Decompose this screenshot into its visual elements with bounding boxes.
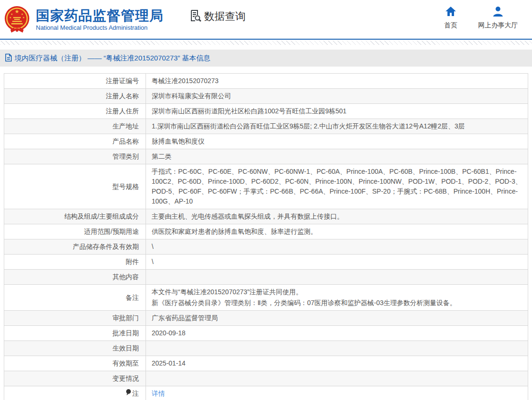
field-value: 手指式：PC-60C、PC-60E、PC-60NW、PC-60NW-1、PC-6… (146, 164, 528, 209)
field-value: 第二类 (146, 149, 528, 164)
field-value: 粤械注准20152070273 (146, 74, 528, 89)
top-nav: 首页 网上办事大厅 (444, 6, 518, 30)
org-name-en: National Medical Products Administration (36, 24, 163, 31)
data-query-label: 数据查询 (204, 9, 246, 24)
field-value (146, 371, 528, 386)
decorative-stripes (0, 41, 532, 45)
breadcrumb-text: 境内医疗器械（注册） —— “粤械注准20152070273” 基本信息 (15, 54, 210, 63)
table-row: 附件 \ (4, 255, 528, 270)
field-value: 1.深圳市南山区西丽街道松白公路百旺信工业区9栋5层; 2.中山市火炬开发区生物… (146, 119, 528, 134)
table-row: 注册人名称 深圳市科瑞康实业有限公司 (4, 89, 528, 104)
field-label: 注册人名称 (4, 89, 146, 104)
field-value: 本文件与“粤械注准20152070273”注册证共同使用。 新《医疗器械分类目录… (146, 285, 528, 311)
remark-line-2: 新《医疗器械分类目录》管理类别：Ⅱ类，分类编码：07医用诊察和监护器械-03生理… (152, 298, 522, 308)
table-row: 型号规格 手指式：PC-60C、PC-60E、PC-60NW、PC-60NW-1… (4, 164, 528, 209)
national-emblem-logo[interactable]: ★ ★ ★ ★ ★ (4, 5, 30, 34)
document-icon (5, 53, 12, 63)
field-value (146, 270, 528, 285)
field-value: 供医院和家庭对患者的脉搏血氧饱和度、脉率进行监测。 (146, 224, 528, 239)
org-name-zh: 国家药品监督管理局 (36, 8, 163, 23)
field-value: 详情 (146, 386, 528, 400)
field-value: 主要由主机、光电传感器或血氧探头组成，并具有数据上传接口。 (146, 209, 528, 224)
table-row: 适用范围/预期用途 供医院和家庭对患者的脉搏血氧饱和度、脉率进行监测。 (4, 224, 528, 239)
note-label-text: 注 (132, 389, 139, 399)
table-row: 注 详情 (4, 386, 528, 400)
page-header: ★ ★ ★ ★ ★ 国家药品监督管理局 National Medical Pro… (0, 0, 532, 40)
field-label: 变更情况 (4, 371, 146, 386)
registration-info-table: 注册证编号 粤械注准20152070273 注册人名称 深圳市科瑞康实业有限公司… (4, 73, 528, 400)
field-value (146, 341, 528, 356)
svg-text:★: ★ (21, 13, 24, 16)
table-row: 产品储存条件及有效期 \ (4, 239, 528, 255)
field-value: 广东省药品监督管理局 (146, 311, 528, 326)
field-label: 管理类别 (4, 149, 146, 164)
field-label: 型号规格 (4, 164, 146, 209)
note-icon (126, 389, 131, 399)
field-label: 批准日期 (4, 326, 146, 341)
home-icon (445, 6, 456, 18)
nav-item-home[interactable]: 首页 (444, 6, 457, 30)
field-value: 深圳市科瑞康实业有限公司 (146, 89, 528, 104)
field-label: 结构及组成/主要组成成分 (4, 209, 146, 224)
field-label: 备注 (4, 285, 146, 311)
table-row: 有效期至 2025-01-14 (4, 356, 528, 371)
table-row: 批准日期 2020-09-18 (4, 326, 528, 341)
field-label: 生效日期 (4, 341, 146, 356)
table-row: 管理类别 第二类 (4, 149, 528, 164)
nav-item-label: 首页 (444, 21, 457, 30)
data-query-icon (188, 9, 202, 25)
table-row: 其他内容 (4, 270, 528, 285)
person-icon (492, 6, 504, 18)
nav-item-label: 网上办事大厅 (478, 21, 518, 30)
org-title-block[interactable]: 国家药品监督管理局 National Medical Products Admi… (36, 8, 163, 31)
data-query-tab[interactable]: 数据查询 (188, 9, 246, 25)
field-label: 注册人住所 (4, 104, 146, 119)
table-row: 生产地址 1.深圳市南山区西丽街道松白公路百旺信工业区9栋5层; 2.中山市火炬… (4, 119, 528, 134)
field-label: 产品名称 (4, 134, 146, 149)
field-value: 深圳市南山区西丽街道阳光社区松白路1002号百旺信工业园9栋501 (146, 104, 528, 119)
svg-text:★: ★ (11, 13, 13, 16)
field-label: 生产地址 (4, 119, 146, 134)
table-row: 注册证编号 粤械注准20152070273 (4, 74, 528, 89)
table-row: 审批部门 广东省药品监督管理局 (4, 311, 528, 326)
field-value: 2020-09-18 (146, 326, 528, 341)
field-label: 适用范围/预期用途 (4, 224, 146, 239)
table-row: 结构及组成/主要组成成分 主要由主机、光电传感器或血氧探头组成，并具有数据上传接… (4, 209, 528, 224)
table-row: 生效日期 (4, 341, 528, 356)
field-label: 附件 (4, 255, 146, 270)
field-value: \ (146, 255, 528, 270)
field-label: 审批部门 (4, 311, 146, 326)
field-label: 注册证编号 (4, 74, 146, 89)
detail-link[interactable]: 详情 (152, 390, 165, 397)
field-value: \ (146, 239, 528, 255)
table-row: 变更情况 (4, 371, 528, 386)
field-value: 2025-01-14 (146, 356, 528, 371)
table-row: 备注 本文件与“粤械注准20152070273”注册证共同使用。 新《医疗器械分… (4, 285, 528, 311)
nav-item-service-hall[interactable]: 网上办事大厅 (478, 6, 518, 30)
svg-text:★: ★ (9, 16, 12, 19)
remark-line-1: 本文件与“粤械注准20152070273”注册证共同使用。 (152, 287, 522, 297)
breadcrumb: 境内医疗器械（注册） —— “粤械注准20152070273” 基本信息 (0, 50, 532, 67)
field-label: 其他内容 (4, 270, 146, 285)
field-value: 脉搏血氧饱和度仪 (146, 134, 528, 149)
svg-text:★: ★ (15, 9, 19, 14)
field-label: 产品储存条件及有效期 (4, 239, 146, 255)
table-row: 产品名称 脉搏血氧饱和度仪 (4, 134, 528, 149)
field-label: 有效期至 (4, 356, 146, 371)
field-label: 注 (4, 386, 146, 400)
svg-text:★: ★ (23, 16, 25, 19)
table-row: 注册人住所 深圳市南山区西丽街道阳光社区松白路1002号百旺信工业园9栋501 (4, 104, 528, 119)
